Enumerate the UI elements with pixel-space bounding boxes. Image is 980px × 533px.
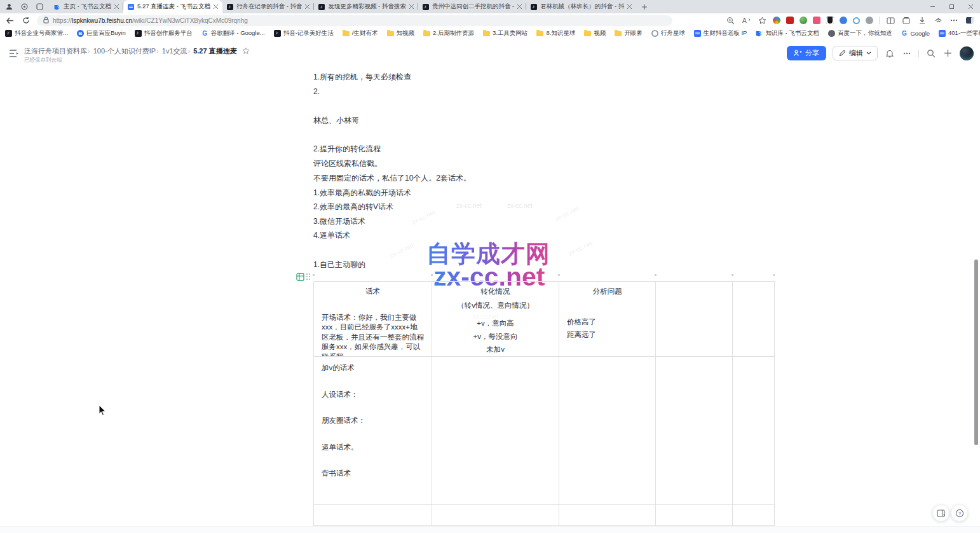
collections-icon[interactable] [901,15,911,25]
bookmark-folder[interactable]: /生财有术 [343,29,378,38]
bookmark-folder[interactable]: 开眼界 [615,29,643,38]
back-button[interactable] [3,15,17,26]
table-cell-empty[interactable] [314,505,432,526]
doc-paragraph[interactable]: 2.效率的最高的转V话术 [313,202,393,212]
settings-more-icon[interactable] [949,15,959,25]
catalog-panel-button[interactable] [932,504,949,522]
table-cell-analysis[interactable]: 分析问题 价格高了 距离远了 [559,282,656,357]
bookmark-item[interactable]: 抖音-记录美好生活 [274,29,334,38]
bookmark-item[interactable]: G谷歌翻译 - Google... [201,29,265,38]
read-aloud-icon[interactable]: A [741,15,751,25]
breadcrumb-item[interactable]: 100-个人知识付费IP [93,46,160,56]
column-handle[interactable] [431,274,433,276]
tab-close-icon[interactable] [627,3,632,10]
bookmark-item[interactable]: B巨量百应Buyin [77,29,126,38]
new-tab-button[interactable] [641,1,648,13]
bookmark-folder[interactable]: 2.后期制作资源 [423,29,474,38]
bookmark-folder[interactable]: 8.知识星球 [536,29,575,38]
column-handle[interactable] [655,274,657,276]
bookmark-folder[interactable]: 视频 [584,29,606,38]
doc-paragraph[interactable]: 林总、小林哥 [313,116,359,125]
table-cell-empty[interactable] [656,357,733,505]
workspaces-icon[interactable] [20,3,28,11]
column-handle[interactable] [773,274,775,276]
user-avatar[interactable] [960,46,974,60]
table-cell-empty[interactable] [733,282,775,357]
edit-button[interactable]: 编辑 [833,46,878,60]
extension-clip-icon[interactable] [840,17,847,24]
doc-paragraph[interactable]: 1.效率最高的私戳的开场话术 [313,188,411,198]
favorite-star-icon[interactable] [757,15,767,25]
split-screen-icon[interactable] [885,15,895,25]
doc-paragraph[interactable]: 3.微信开场话术 [313,217,365,226]
table-cell-empty[interactable] [432,505,559,526]
address-bar[interactable]: https://lspknkwu7b.feishu.cn/wiki/CZ1YwN… [37,15,672,26]
table-cell-empty[interactable] [656,505,733,526]
doc-paragraph[interactable]: 1.自己主动聊的 [313,260,365,270]
sidebar-toggle-icon[interactable] [965,15,975,25]
bookmark-item[interactable]: 百度一下，你就知道 [828,29,892,38]
column-handle[interactable] [732,274,733,276]
tab-close-icon[interactable] [114,3,119,10]
bookmark-item[interactable]: 知识库 - 飞书云文档 [756,29,819,38]
extension-pink-icon[interactable] [813,17,820,24]
tab-douyin-junlin[interactable]: 君林机械（林班长）的抖音 - 抖 [526,0,636,13]
table-cell-empty[interactable] [559,505,656,526]
table-cell-conversion[interactable]: 转化情况 （转v情况、意向情况） +v，意向高 +v，每没意向 未加v [432,282,559,357]
table-cell-empty[interactable] [559,357,656,505]
tab-close-icon[interactable] [517,3,522,10]
search-icon[interactable] [925,48,936,59]
doc-paragraph[interactable]: 评论区线索私信戳。 [313,159,382,169]
tab-close-icon[interactable] [409,3,414,10]
browser-essentials-icon[interactable] [933,15,943,25]
minimize-button[interactable] [923,0,942,13]
create-new-icon[interactable] [943,48,953,59]
drag-handle-icon[interactable] [306,273,311,280]
share-button[interactable]: 分享 [787,46,826,60]
extension-target-icon[interactable] [853,17,860,24]
more-actions-icon[interactable] [901,48,912,59]
table-block-icon[interactable] [296,272,304,280]
table-cell-empty[interactable] [733,505,775,526]
table-cell-empty[interactable] [656,282,733,357]
doc-paragraph[interactable]: 不要用固定的话术，私信了10个人。2套话术。 [313,174,471,183]
close-window-button[interactable] [961,0,980,13]
notifications-bell-icon[interactable] [884,48,895,59]
bookmark-item[interactable]: 行舟星球 [651,29,685,38]
bookmark-item[interactable]: 401-一些零碎想法 -... [939,29,980,38]
refresh-button[interactable] [19,15,33,26]
tab-feishu-home[interactable]: 主页 - 飞书云文档 [50,0,123,13]
table-cell-empty[interactable] [733,357,775,505]
bookmark-item[interactable]: 抖音企业号商家管... [5,29,68,38]
extension-panda-icon[interactable] [826,17,834,24]
maximize-button[interactable] [942,0,961,13]
breadcrumb-item[interactable]: 泛海行舟项目资料库 [24,46,91,56]
tab-close-icon[interactable] [214,3,218,10]
doc-paragraph[interactable]: 1.所有的挖机，每天必须检查 [313,73,411,82]
extension-colorball-icon[interactable] [773,17,780,24]
tab-douyin-wajue[interactable]: 贵州中达同创二手挖机的抖音 - [418,0,526,13]
downloads-icon[interactable] [917,15,927,25]
bookmark-folder[interactable]: 3.工具类网站 [483,29,527,38]
column-handle[interactable] [313,274,315,276]
extension-red-icon[interactable] [786,17,794,24]
profile-icon[interactable] [5,3,13,11]
bookmark-folder[interactable]: 知视频 [387,29,415,38]
tab-douyin-xingzhou[interactable]: 行舟在记录的抖音 - 抖音 [222,0,314,13]
breadcrumb-item[interactable]: 1v1交流 [162,46,191,56]
tab-527-live-doc[interactable]: 5.27 直播连麦 - 飞书云文档 [123,0,222,13]
help-button[interactable]: ? [951,504,968,522]
column-handle[interactable] [558,274,560,276]
table-cell-empty[interactable] [432,357,559,505]
doc-paragraph[interactable]: 4.逼单话术 [313,231,350,240]
tab-douyin-search[interactable]: 发现更多精彩视频 - 抖音搜索 [314,0,418,13]
extension-gray-icon[interactable] [866,17,873,24]
tab-close-icon[interactable] [305,3,310,10]
table-cell-scripts-list[interactable]: 加v的话术 人设话术： 朋友圈话术： 逼单话术。 背书话术 [314,357,432,505]
bookmark-item[interactable]: 生财抖音老板 IP [694,29,747,38]
table-cell-script[interactable]: 话术 开场话术：你好，我们主要做xxx，目前已经服务了xxxx+地区老板，并且还… [314,282,432,357]
doc-paragraph[interactable]: 2. [313,87,320,97]
lock-icon[interactable] [43,17,49,25]
tab-search-icon[interactable] [36,3,43,11]
sidebar-expand-icon[interactable] [9,49,20,58]
